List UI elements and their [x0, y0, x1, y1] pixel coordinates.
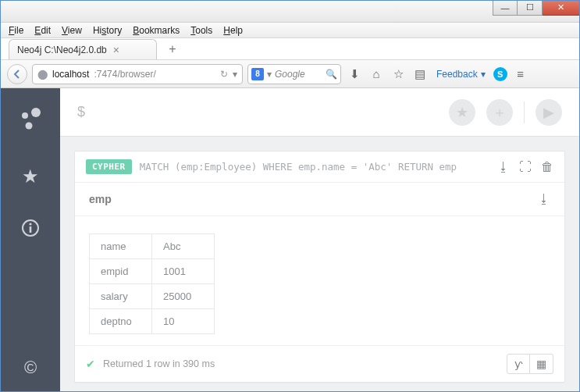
- prop-key: empid: [90, 259, 152, 284]
- tab-strip: Neo4j C:\Neo4j2.0.db × +: [1, 38, 579, 60]
- sidebar-favorites[interactable]: ★: [1, 151, 60, 202]
- menu-tools[interactable]: Tools: [186, 23, 217, 37]
- prop-val: 10: [152, 309, 215, 334]
- search-go-icon[interactable]: 🔍: [326, 69, 337, 80]
- window-buttons: — ☐ ✕: [493, 0, 580, 16]
- menu-edit[interactable]: Edit: [30, 23, 55, 37]
- sub-actions: ⭳: [538, 192, 550, 206]
- back-button[interactable]: [7, 64, 27, 84]
- menu-file[interactable]: File: [4, 23, 28, 37]
- query-editor-row: $ ★ ＋ ▶: [60, 88, 579, 137]
- svg-point-4: [29, 223, 31, 225]
- menu-bookmarks[interactable]: Bookmarks: [128, 23, 184, 37]
- reader-icon[interactable]: ▤: [411, 67, 429, 81]
- result-body: nameAbc empid1001 salary25000 deptno10: [75, 216, 564, 345]
- url-toolbar: ⬤ localhost:7474/browser/ ↻ ▾ 8 ▾ Google…: [1, 60, 579, 88]
- svg-point-0: [22, 112, 28, 119]
- svg-point-2: [26, 123, 33, 130]
- feedback-label: Feedback: [436, 69, 478, 80]
- export-icon[interactable]: ⭳: [497, 160, 510, 174]
- hamburger-menu-icon[interactable]: ≡: [512, 67, 529, 80]
- menubar: File Edit View History Bookmarks Tools H…: [1, 23, 579, 38]
- main-panel: $ ★ ＋ ▶ CYPHER MATCH (emp:Employee) WHER…: [60, 88, 579, 391]
- reload-icon[interactable]: ↻: [220, 69, 228, 80]
- window-maximize-button[interactable]: ☐: [518, 0, 543, 16]
- url-path: :7474/browser/: [94, 69, 155, 80]
- table-row: nameAbc: [90, 234, 215, 259]
- result-subheader: emp ⭳: [75, 183, 564, 216]
- tab-title: Neo4j C:\Neo4j2.0.db: [17, 45, 107, 55]
- feedback-dropdown-icon: ▾: [481, 69, 486, 80]
- download-icon[interactable]: ⭳: [538, 192, 550, 206]
- prop-key: deptno: [90, 309, 152, 334]
- search-placeholder: Google: [275, 69, 305, 80]
- result-header-actions: ⭳ ⛶ 🗑: [497, 160, 553, 174]
- prop-val: 1001: [152, 259, 215, 284]
- google-icon: 8: [251, 68, 264, 80]
- result-card: CYPHER MATCH (emp:Employee) WHERE emp.na…: [74, 151, 565, 383]
- result-footer: ✔ Returned 1 row in 390 ms ƴ ▦: [75, 345, 564, 382]
- menu-view[interactable]: View: [57, 23, 87, 37]
- trash-icon[interactable]: 🗑: [541, 160, 553, 174]
- url-host: localhost: [52, 69, 89, 80]
- view-mode-toggle: ƴ ▦: [507, 354, 553, 374]
- tab-close-icon[interactable]: ×: [113, 45, 119, 55]
- query-text: MATCH (emp:Employee) WHERE emp.name = 'A…: [140, 161, 457, 173]
- search-box[interactable]: 8 ▾ Google 🔍: [247, 64, 341, 84]
- url-dropdown-icon[interactable]: ▾: [233, 69, 237, 80]
- table-row: empid1001: [90, 259, 215, 284]
- search-dropdown-icon[interactable]: ▾: [267, 69, 272, 80]
- downloads-icon[interactable]: ⬇: [346, 67, 363, 81]
- skype-icon[interactable]: S: [493, 67, 507, 81]
- sidebar-about[interactable]: ©: [24, 344, 37, 391]
- result-header: CYPHER MATCH (emp:Employee) WHERE emp.na…: [75, 151, 564, 183]
- success-check-icon: ✔: [86, 358, 95, 370]
- new-tab-button[interactable]: +: [163, 41, 182, 57]
- feedback-button[interactable]: Feedback ▾: [433, 69, 489, 80]
- menu-history[interactable]: History: [88, 23, 126, 37]
- editor-favorite-button[interactable]: ★: [449, 99, 475, 126]
- editor-run-button[interactable]: ▶: [536, 99, 562, 126]
- fullscreen-icon[interactable]: ⛶: [519, 160, 532, 174]
- svg-point-1: [31, 108, 41, 117]
- view-graph-button[interactable]: ƴ: [507, 354, 530, 374]
- neo4j-sidebar: ★ ©: [1, 88, 60, 391]
- divider: [524, 102, 525, 123]
- home-icon[interactable]: ⌂: [368, 67, 385, 80]
- table-row: salary25000: [90, 284, 215, 309]
- browser-tab[interactable]: Neo4j C:\Neo4j2.0.db ×: [9, 39, 157, 59]
- view-table-button[interactable]: ▦: [530, 354, 553, 374]
- window-close-button[interactable]: ✕: [543, 0, 580, 16]
- status-text: Returned 1 row in 390 ms: [103, 358, 215, 369]
- back-arrow-icon: [12, 69, 22, 79]
- table-row: deptno10: [90, 309, 215, 334]
- window-minimize-button[interactable]: —: [493, 0, 518, 16]
- neo4j-logo-icon[interactable]: [16, 88, 44, 151]
- properties-table: nameAbc empid1001 salary25000 deptno10: [89, 233, 215, 334]
- bookmark-star-icon[interactable]: ☆: [390, 67, 407, 81]
- editor-prompt: $: [77, 104, 85, 120]
- prop-key: name: [90, 234, 152, 259]
- address-bar[interactable]: ⬤ localhost:7474/browser/ ↻ ▾: [32, 64, 243, 84]
- content-area: ★ © $ ★ ＋ ▶ CYPHER MATCH (emp:Employee) …: [1, 88, 579, 391]
- editor-actions: ★ ＋ ▶: [449, 99, 562, 126]
- prop-key: salary: [90, 284, 152, 309]
- prop-val: Abc: [152, 234, 215, 259]
- menu-help[interactable]: Help: [219, 23, 247, 37]
- result-heading: emp: [89, 193, 112, 205]
- cypher-badge: CYPHER: [86, 159, 132, 174]
- sidebar-info[interactable]: [1, 202, 60, 254]
- prop-val: 25000: [152, 284, 215, 309]
- svg-rect-5: [30, 226, 32, 233]
- editor-add-button[interactable]: ＋: [486, 99, 513, 126]
- globe-icon: ⬤: [37, 69, 48, 80]
- window-titlebar: — ☐ ✕: [1, 1, 579, 23]
